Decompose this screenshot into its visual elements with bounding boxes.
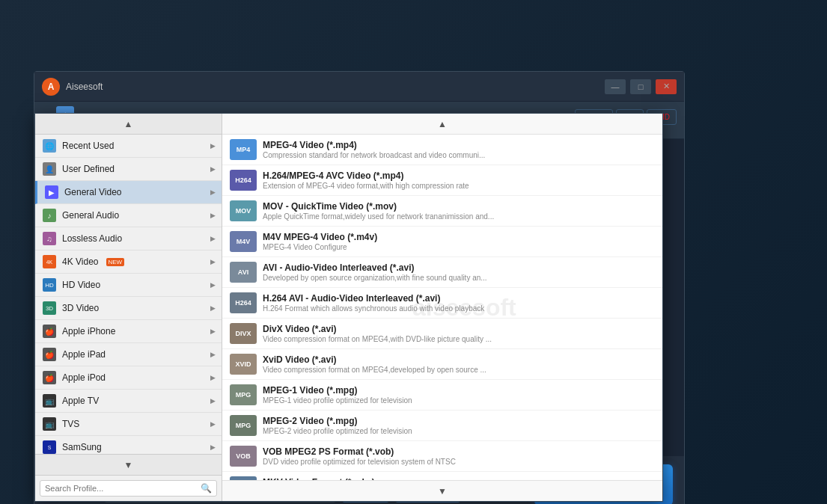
format-info: MPEG-4 Video (*.mp4)Compression standard… xyxy=(263,140,655,159)
format-name: AVI - Audio-Video Interleaved (*.avi) xyxy=(263,262,655,273)
format-info: H.264 AVI - Audio-Video Interleaved (*.a… xyxy=(263,293,655,313)
format-name: MPEG-2 Video (*.mpg) xyxy=(263,416,655,426)
xvid-format-icon: XVID xyxy=(230,354,257,375)
format-item-m4v[interactable]: M4VM4V MPEG-4 Video (*.m4v)MPEG-4 Video … xyxy=(222,227,662,257)
dropdown-item-label: Apple iPod xyxy=(62,372,106,383)
format-name: H.264/MPEG-4 AVC Video (*.mp4) xyxy=(263,170,655,181)
dropdown-item-label: HD Video xyxy=(62,280,100,290)
dropdown-item-apple-iphone[interactable]: 🍎Apple iPhone xyxy=(35,320,222,343)
mp4-format-icon: MP4 xyxy=(230,139,257,160)
format-name: M4V MPEG-4 Video (*.m4v) xyxy=(263,232,655,242)
titlebar-controls: — □ ✕ xyxy=(605,79,677,94)
close-button[interactable]: ✕ xyxy=(656,79,677,94)
restore-button[interactable]: □ xyxy=(630,79,651,94)
format-item-vob[interactable]: VOBVOB MPEG2 PS Format (*.vob)DVD video … xyxy=(222,441,662,472)
dropdown-item-3d-video[interactable]: 3D3D Video xyxy=(35,297,222,320)
app-logo: A xyxy=(42,78,60,96)
format-item-mkv[interactable]: MKVMKV Video Format (*.mkv)Stands for ma… xyxy=(222,472,662,480)
dropdown-left-panel: ▲ 🌐Recent Used👤User Defined▶General Vide… xyxy=(35,114,222,501)
format-desc: Apple QuickTime format,widely used for n… xyxy=(263,212,562,221)
format-desc: MPEG-1 video profile optimized for telev… xyxy=(263,396,562,405)
format-item-mpeg2[interactable]: MPGMPEG-2 Video (*.mpg)MPEG-2 video prof… xyxy=(222,411,662,441)
dropdown-item-label: User Defined xyxy=(62,164,115,174)
format-list: MP4MPEG-4 Video (*.mp4)Compression stand… xyxy=(222,135,662,480)
format-info: XviD Video (*.avi)Video compression form… xyxy=(263,354,655,374)
dropdown-item-hd-video[interactable]: HDHD Video xyxy=(35,274,222,297)
format-desc: Extension of MPEG-4 video format,with hi… xyxy=(263,182,562,190)
format-item-xvid[interactable]: XVIDXviD Video (*.avi)Video compression … xyxy=(222,349,662,380)
format-item-h264avi[interactable]: H264H.264 AVI - Audio-Video Interleaved … xyxy=(222,288,662,319)
format-item-h264[interactable]: H264H.264/MPEG-4 AVC Video (*.mp4)Extens… xyxy=(222,165,662,196)
music-icon: ♫ xyxy=(43,232,56,245)
format-desc: Video compression format on MPEG4,develo… xyxy=(263,366,562,374)
format-dropdown: ▲ 🌐Recent Used👤User Defined▶General Vide… xyxy=(34,113,663,502)
hd-icon: HD xyxy=(43,278,56,292)
format-name: MOV - QuickTime Video (*.mov) xyxy=(263,201,655,212)
format-item-avi[interactable]: AVIAVI - Audio-Video Interleaved (*.avi)… xyxy=(222,257,662,288)
format-desc: Compression standard for network broadca… xyxy=(263,151,562,159)
dropdown-item-apple-tv[interactable]: 📺Apple TV xyxy=(35,390,222,413)
format-info: MPEG-1 Video (*.mpg)MPEG-1 video profile… xyxy=(263,385,655,405)
mov-format-icon: MOV xyxy=(230,200,257,221)
user-icon: 👤 xyxy=(43,162,56,176)
4k-icon: 4K xyxy=(43,255,56,268)
globe-icon: 🌐 xyxy=(43,139,56,153)
dropdown-item-general-audio[interactable]: ♪General Audio xyxy=(35,204,222,227)
dropdown-item-samsung[interactable]: SSamSung xyxy=(35,436,222,454)
format-name: MPEG-4 Video (*.mp4) xyxy=(263,140,655,150)
minimize-button[interactable]: — xyxy=(605,79,626,94)
dropdown-item-label: Lossless Audio xyxy=(62,233,122,244)
format-info: H.264/MPEG-4 AVC Video (*.mp4)Extension … xyxy=(263,170,655,190)
format-scroll-up[interactable]: ▲ xyxy=(222,114,662,135)
format-desc: H.264 Format which allows synchronous au… xyxy=(263,304,562,313)
apple-icon: 🍎 xyxy=(43,325,56,338)
dropdown-item-label: 3D Video xyxy=(62,303,99,313)
dropdown-scroll-up[interactable]: ▲ xyxy=(35,114,222,135)
dropdown-right-panel: ▲ MP4MPEG-4 Video (*.mp4)Compression sta… xyxy=(222,114,662,501)
divx-format-icon: DIVX xyxy=(230,323,257,344)
titlebar: A Aiseesoft — □ ✕ xyxy=(34,72,684,102)
avi-format-icon: AVI xyxy=(230,262,257,283)
m4v-format-icon: M4V xyxy=(230,231,257,252)
dropdown-category-list: 🌐Recent Used👤User Defined▶General Video♪… xyxy=(35,135,222,454)
format-name: DivX Video (*.avi) xyxy=(263,324,655,334)
format-item-mov[interactable]: MOVMOV - QuickTime Video (*.mov)Apple Qu… xyxy=(222,196,662,227)
dropdown-item-label: General Audio xyxy=(62,210,119,221)
format-item-divx[interactable]: DIVXDivX Video (*.avi)Video compression … xyxy=(222,319,662,349)
dropdown-item-tvs[interactable]: 📺TVS xyxy=(35,413,222,436)
dropdown-item-label: General Video xyxy=(64,187,122,197)
dropdown-item-general-video[interactable]: ▶General Video xyxy=(35,181,222,204)
search-profile-input[interactable] xyxy=(45,484,201,493)
format-item-mpeg1[interactable]: MPGMPEG-1 Video (*.mpg)MPEG-1 video prof… xyxy=(222,380,662,411)
h264-format-icon: H264 xyxy=(230,170,257,191)
apple-icon: 🍎 xyxy=(43,348,56,361)
dropdown-item-recent[interactable]: 🌐Recent Used xyxy=(35,135,222,158)
format-item-mp4[interactable]: MP4MPEG-4 Video (*.mp4)Compression stand… xyxy=(222,135,662,165)
format-desc: MPEG-4 Video Configure xyxy=(263,243,562,251)
audio-icon: ♪ xyxy=(43,209,56,222)
dropdown-search-area: 🔍 xyxy=(35,475,222,501)
vob-format-icon: VOB xyxy=(230,446,257,467)
dropdown-item-lossless-audio[interactable]: ♫Lossless Audio xyxy=(35,227,222,251)
format-info: MPEG-2 Video (*.mpg)MPEG-2 video profile… xyxy=(263,416,655,435)
dropdown-item-label: Apple iPhone xyxy=(62,326,115,336)
dropdown-item-4k-video[interactable]: 4K4K VideoNEW xyxy=(35,251,222,274)
dropdown-scroll-down[interactable]: ▼ xyxy=(35,454,222,475)
dropdown-item-label: SamSung xyxy=(62,442,102,452)
format-name: XviD Video (*.avi) xyxy=(263,354,655,365)
dropdown-item-user-defined[interactable]: 👤User Defined xyxy=(35,158,222,181)
main-window: A Aiseesoft — □ ✕ NVIDIA Intel AMD + Add… xyxy=(34,71,685,504)
format-scroll-down[interactable]: ▼ xyxy=(222,480,662,501)
dropdown-item-apple-ipod[interactable]: 🍎Apple iPod xyxy=(35,366,222,390)
format-desc: MPEG-2 video profile optimized for telev… xyxy=(263,427,562,435)
dropdown-item-apple-ipad[interactable]: 🍎Apple iPad xyxy=(35,343,222,366)
tv-icon: 📺 xyxy=(43,394,56,408)
format-info: DivX Video (*.avi)Video compression form… xyxy=(263,324,655,343)
format-name: H.264 AVI - Audio-Video Interleaved (*.a… xyxy=(263,293,655,304)
3d-icon: 3D xyxy=(43,301,56,315)
format-info: VOB MPEG2 PS Format (*.vob)DVD video pro… xyxy=(263,446,655,466)
format-info: M4V MPEG-4 Video (*.m4v)MPEG-4 Video Con… xyxy=(263,232,655,251)
format-name: VOB MPEG2 PS Format (*.vob) xyxy=(263,446,655,457)
samsung-icon: S xyxy=(43,440,56,454)
search-wrap: 🔍 xyxy=(40,480,217,497)
